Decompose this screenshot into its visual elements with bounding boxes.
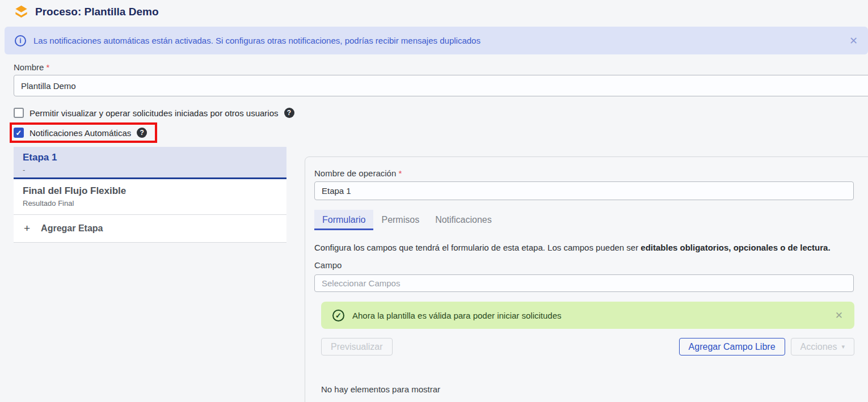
layers-icon [14, 4, 29, 19]
share-option-row[interactable]: Permitir visualizar y operar solicitudes… [14, 108, 868, 118]
chevron-down-icon: ▾ [841, 343, 845, 350]
preview-button[interactable]: Previsualizar [321, 338, 393, 356]
stage-list: Etapa 1 - Final del Flujo Flexible Resul… [14, 147, 286, 243]
page-title: Proceso: Plantilla Demo [35, 6, 159, 18]
tab-notificaciones[interactable]: Notificaciones [427, 210, 500, 230]
empty-list-message: No hay elementos para mostrar [321, 384, 866, 394]
highlight-annotation: ✓ Notificaciones Automáticas ? [10, 122, 157, 143]
info-banner-text: Las notificaciones automáticas están act… [33, 36, 842, 45]
form-tab-description: Configura los campos que tendrá el formu… [314, 243, 866, 252]
actions-dropdown-button[interactable]: Acciones ▾ [791, 338, 854, 356]
stage-item-etapa-1[interactable]: Etapa 1 - [14, 147, 286, 179]
auto-notifications-label: Notificaciones Automáticas [30, 128, 131, 138]
name-input[interactable] [14, 75, 868, 96]
stage-item-final-flujo[interactable]: Final del Flujo Flexible Resultado Final [14, 179, 286, 215]
actions-label: Acciones [800, 342, 837, 352]
tab-formulario[interactable]: Formulario [314, 210, 373, 230]
stage-title: Etapa 1 [23, 152, 277, 163]
stage-subtitle: - [23, 166, 277, 174]
campo-label: Campo [314, 260, 866, 270]
add-stage-label: Agregar Etapa [41, 223, 103, 234]
info-banner: i Las notificaciones automáticas están a… [5, 27, 868, 54]
close-icon[interactable]: ✕ [835, 311, 843, 320]
required-asterisk: * [47, 62, 50, 72]
add-free-field-button[interactable]: Agregar Campo Libre [679, 338, 785, 356]
share-checkbox-label: Permitir visualizar y operar solicitudes… [30, 108, 279, 118]
plus-icon: + [24, 222, 30, 235]
required-asterisk: * [398, 168, 402, 178]
help-icon[interactable]: ? [284, 108, 294, 118]
description-bold: editables obligatorios, opcionales o de … [641, 243, 830, 252]
add-stage-button[interactable]: + Agregar Etapa [14, 215, 286, 243]
stage-detail-card: Nombre de operación * Formulario Permiso… [305, 156, 868, 402]
campo-select-input[interactable] [314, 274, 854, 292]
help-icon[interactable]: ? [137, 128, 147, 138]
name-label: Nombre * [14, 62, 868, 72]
stage-title: Final del Flujo Flexible [23, 185, 277, 197]
info-icon: i [15, 35, 26, 46]
operation-name-input[interactable] [314, 181, 854, 200]
check-circle-icon: ✓ [332, 310, 344, 321]
tab-permisos[interactable]: Permisos [373, 210, 427, 230]
success-banner-text: Ahora la plantilla es válida para poder … [352, 311, 827, 320]
auto-notifications-checkbox[interactable]: ✓ [14, 128, 24, 138]
success-banner: ✓ Ahora la plantilla es válida para pode… [321, 302, 854, 329]
operation-name-label: Nombre de operación * [314, 168, 866, 178]
form-actions-row: Previsualizar Agregar Campo Libre Accion… [321, 338, 854, 356]
auto-notifications-row[interactable]: ✓ Notificaciones Automáticas ? [14, 128, 147, 138]
stage-subtitle: Resultado Final [23, 199, 277, 208]
close-icon[interactable]: ✕ [849, 36, 858, 46]
main-content: Etapa 1 - Final del Flujo Flexible Resul… [14, 147, 868, 402]
share-checkbox[interactable] [14, 108, 24, 118]
stage-tabs: Formulario Permisos Notificaciones [314, 210, 866, 230]
page-header: Proceso: Plantilla Demo [0, 0, 868, 19]
